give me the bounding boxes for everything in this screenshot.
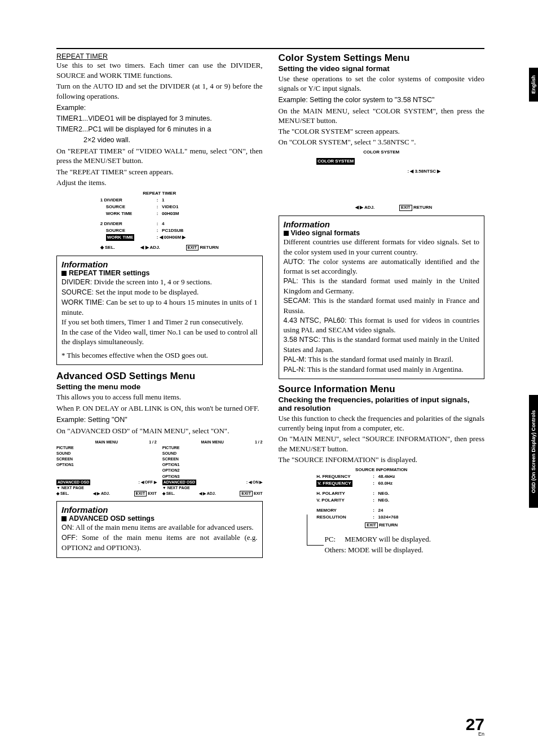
info-rt-title: Information [61,260,258,269]
iv-paln: PAL-N: This is the standard format used … [284,364,480,375]
color-sys-sub: Setting the video signal format [279,64,485,73]
note-pc: PC: MEMORY will be displayed. [325,534,485,544]
adv-osd-sub: Setting the menu mode [56,383,263,391]
info-adv-title: Information [61,505,258,515]
info-rt-p2: In the case of the Video wall, timer No.… [61,327,258,347]
info-rt-src: SOURCE: Set the input mode to be display… [61,287,258,297]
color-sys-title: Color System Settings Menu [279,52,485,64]
src-info-sub: Checking the frequencies, polarities of … [279,395,485,412]
main-menu-pair: MAIN MENU1 / 2 PICTURE SOUND SCREEN OPTI… [56,439,263,497]
adv-osd-example: Example: Setting "ON" [56,415,263,425]
osd-color-system: COLOR SYSTEM COLOR SYSTEM : ◀ 3.58NTSC ▶… [316,149,446,211]
adv-osd-p3: On "ADVANCED OSD" of "MAIN MENU", select… [56,426,263,436]
iv-pal: PAL: This is the standard format used ma… [284,276,480,296]
iv-auto: AUTO: The color systems are automaticall… [284,257,480,276]
note-others: Others: MODE will be displayed. [325,545,485,555]
info-rt-sub: REPEAT TIMER settings [61,269,258,277]
top-rule [56,48,484,49]
osd-cs-row: COLOR SYSTEM [316,158,355,165]
repeat-timer-heading: REPEAT TIMER [56,52,263,60]
osd-rt2-div: 2 DIVIDER [100,221,157,227]
left-column: REPEAT TIMER Use this to set two timers.… [56,52,263,562]
info-rt-div: DIVIDER: Divide the screen into 1, 4 or … [61,277,258,287]
iv-p1: Different countries use different format… [284,237,480,256]
si-p1: Use this function to check the frequenci… [279,414,485,433]
osd-rt1-src-v: VIDEO1 [162,204,178,210]
rt-p3: On "REPEAT TIMER" of "VIDEO WALL" menu, … [56,146,263,166]
adv-osd-p2: When P. ON DELAY or ABL LINK is ON, this… [56,403,263,414]
osd-cs-val: : ◀ 3.58NTSC ▶ [316,168,446,175]
osd-cs-exit: EXIT RETURN [399,204,432,211]
osd-rt1-wrk: WORK TIME [100,210,157,217]
info-adv-off: OFF: Some of the main menu items are not… [61,533,258,552]
osd-rt2-wrk-c: : ◀ [157,234,164,241]
osd-si-title: SOURCE INFORMATION [316,467,446,473]
osd-cs-title: COLOR SYSTEM [316,149,446,156]
osd-rt1-div: 1 DIVIDER [100,197,157,204]
cs-p4: On "COLOR SYSTEM", select " 3.58NTSC ". [279,137,485,147]
rt-p2: Turn on the AUTO ID and set the DIVIDER … [56,81,263,101]
rt-p5: Adjust the items. [56,178,263,188]
info-video-sub: Video signal formats [284,229,480,237]
si-p2: On "MAIN MENU", select "SOURCE INFORMATI… [279,434,485,453]
rt-example: Example: [56,103,263,113]
rt-t2b: 2×2 video wall. [56,135,263,145]
osd-rt2-div-v: 4 [162,221,164,227]
osd-rt-exit: EXIT RETURN [186,244,219,251]
osd-cs-adj: ◀ ▶ ADJ. [355,204,374,211]
osd-rt-adj: ◀ ▶ ADJ. [140,244,160,251]
src-info-title: Source Information Menu [279,384,485,395]
main-menu-left: MAIN MENU1 / 2 PICTURE SOUND SCREEN OPTI… [56,439,157,497]
osd-rt1-wrk-c: : [157,210,162,217]
info-adv-sub: ADVANCED OSD settings [61,515,258,522]
info-rt-wrk: WORK TIME: Can be set to up to 4 hours 1… [61,297,258,317]
osd-rt1-src: SOURCE [100,204,157,210]
osd-src-info: SOURCE INFORMATION H. FREQUENCY: 48.4kHz… [316,467,446,529]
rt-t1: TIMER1...VIDEO1 will be displayed for 3 … [56,114,263,124]
osd-rt1-div-v: 1 [162,197,164,204]
iv-358: 3.58 NTSC: This is the standard format u… [284,335,480,354]
osd-rt-sel: ◆ SEL. [100,244,115,251]
osd-rt1-src-c: : [157,204,162,210]
osd-rt2-div-c: : [157,221,162,227]
iv-443: 4.43 NTSC, PAL60: This format is used fo… [284,315,480,335]
cs-p1: Use these operations to set the color sy… [279,74,485,93]
rt-t2a: TIMER2...PC1 will be displayed for 6 min… [56,125,263,134]
osd-repeat-timer: REPEAT TIMER 1 DIVIDER: 1 SOURCE: VIDEO1… [100,190,219,251]
info-adv-osd: Information ADVANCED OSD settings ON: Al… [56,501,263,557]
osd-rt-title: REPEAT TIMER [100,190,219,197]
right-column: Color System Settings Menu Setting the v… [279,52,485,562]
osd-rt2-src-v: PC1DSUB [162,227,183,234]
rt-p1: Use this to set two timers. Each timer c… [56,60,263,80]
osd-rt2-src-c: : [157,227,162,234]
iv-palm: PAL-M: This is the standard format used … [284,354,480,364]
adv-osd-title: Advanced OSD Settings Menu [56,371,263,382]
info-video: Information Video signal formats Differe… [279,216,485,379]
cs-p2: On the MAIN MENU, select "COLOR SYSTEM",… [279,106,485,125]
osd-rt1-wrk-v: 00H03M [162,210,179,217]
info-rt-p3: * This becomes effective when the OSD go… [61,350,258,361]
info-video-title: Information [284,219,480,229]
rt-p4: The "REPEAT TIMER" screen appears. [56,167,263,177]
connector-line [307,515,324,546]
osd-rt1-div-c: : [157,197,162,204]
osd-rt2-wrk-v: 00H06M [164,234,181,241]
osd-rt2-src: SOURCE [100,227,157,234]
page-number: 27 En [466,717,484,736]
osd-rt2-wrk-r: ▶ [181,234,186,241]
iv-secam: SECAM: This is the standard format used … [284,296,480,315]
adv-osd-p1: This allows you to access full menu item… [56,392,263,402]
cs-p3: The "COLOR SYSTEM" screen appears. [279,126,485,136]
si-p3: The "SOURCE INFORMATION" is displayed. [279,455,485,464]
info-rt-p1: If you set both timers, Timer 1 and Time… [61,317,258,327]
info-repeat-timer: Information REPEAT TIMER settings DIVIDE… [56,256,263,365]
info-adv-on: ON: All of the main menu items are avail… [61,522,258,533]
osd-rt2-wrk: WORK TIME [106,234,135,241]
osd-rt2-wrk-l: WORK TIME [100,234,157,241]
cs-example: Example: Setting the color system to "3.… [279,95,485,105]
main-menu-right: MAIN MENU1 / 2 PICTURE SOUND SCREEN OPTI… [162,439,263,497]
